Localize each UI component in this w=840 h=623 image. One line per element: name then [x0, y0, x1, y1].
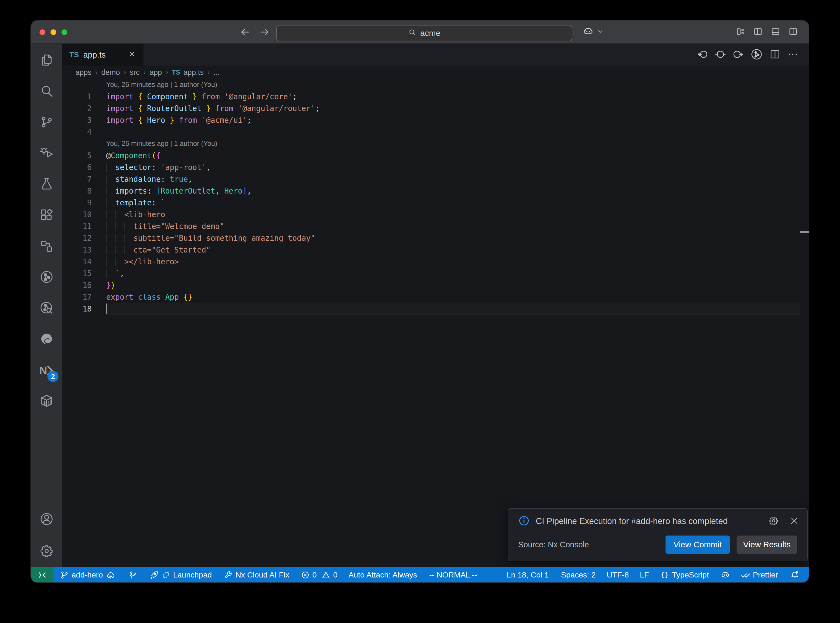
activity-bar-item-edge-tools[interactable] — [31, 326, 62, 353]
editor[interactable]: You, 26 minutes ago | 1 author (You)1imp… — [62, 79, 809, 567]
code-line-11[interactable]: 11 title="Welcmoe demo" — [62, 220, 809, 232]
error-icon — [301, 571, 310, 579]
status-bar-item-graph[interactable] — [129, 571, 137, 579]
toggle-panel-icon[interactable] — [771, 27, 780, 37]
line-number: 12 — [62, 234, 92, 242]
code-line-1[interactable]: 1import { Component } from '@angular/cor… — [62, 91, 809, 102]
status-bar-item-formatter[interactable]: Prettier — [741, 570, 778, 580]
code-line-15[interactable]: 15 `, — [62, 267, 809, 279]
code-line-6[interactable]: 6 selector: 'app-root', — [62, 161, 809, 173]
activity-bar-item-source-control[interactable] — [31, 109, 62, 136]
split-editor-icon[interactable] — [769, 49, 780, 61]
status-bar-item-eol[interactable]: LF — [640, 570, 649, 579]
remote-indicator[interactable] — [31, 567, 54, 582]
git-blame-annotation: You, 26 minutes ago | 1 author (You) — [62, 79, 809, 91]
previous-change-icon[interactable] — [697, 49, 708, 61]
copilot-menu[interactable] — [582, 21, 604, 44]
forward-arrow-icon[interactable] — [260, 27, 270, 37]
project-graph-icon — [40, 239, 54, 254]
code-line-10[interactable]: 10 <lib-hero — [62, 209, 809, 220]
toggle-primary-sidebar-icon[interactable] — [753, 27, 763, 37]
typescript-file-icon: TS — [69, 51, 79, 59]
code-line-2[interactable]: 2import { RouterOutlet } from '@angular/… — [62, 102, 809, 114]
code-line-14[interactable]: 14 ></lib-hero> — [62, 256, 809, 267]
line-number: 5 — [62, 151, 92, 160]
status-bar-item-cursor-position[interactable]: Ln 18, Col 1 — [507, 570, 549, 579]
settings-gear-icon — [40, 544, 54, 559]
notification-settings-gear-icon[interactable] — [769, 516, 779, 527]
close-window-button[interactable] — [40, 29, 45, 35]
gitlens-graph-icon[interactable] — [751, 48, 763, 61]
status-bar-item-indentation[interactable]: Spaces: 2 — [561, 570, 596, 579]
copilot-icon — [582, 26, 594, 38]
close-tab-icon[interactable] — [128, 50, 136, 60]
command-center-search[interactable]: acme — [276, 25, 572, 41]
customize-layout-icon[interactable] — [736, 27, 745, 37]
code-line-16[interactable]: 16}) — [62, 279, 809, 291]
activity-bar-item-settings-gear[interactable] — [31, 539, 62, 565]
command-center-text: acme — [420, 29, 440, 38]
code-line-18[interactable]: 18 — [62, 303, 809, 315]
status-bar-item-branch[interactable]: add-hero — [60, 570, 116, 580]
code-line-13[interactable]: 13 cta="Get Started" — [62, 244, 809, 256]
activity-bar-item-testing[interactable] — [31, 171, 62, 198]
code-line-12[interactable]: 12 subtitle="Build something amazing tod… — [62, 232, 809, 244]
activity-bar-item-nx-console[interactable]: N2 — [31, 357, 62, 384]
line-number: 18 — [62, 304, 92, 313]
activity-bar-item-gitlens[interactable] — [31, 264, 62, 291]
more-actions-icon[interactable] — [787, 49, 798, 61]
zoom-window-button[interactable] — [61, 29, 67, 35]
indent-guide — [106, 186, 107, 195]
status-bar-item-notifications[interactable] — [790, 570, 799, 580]
breadcrumb-item[interactable]: apps — [75, 68, 92, 77]
status-bar-item-auto-attach[interactable]: Auto Attach: Always — [349, 570, 417, 579]
status-bar-item-nx-cloud-fix[interactable]: Nx Cloud AI Fix — [223, 570, 289, 580]
activity-bar-item-container-tools[interactable] — [31, 388, 62, 414]
status-bar-item-vim-mode[interactable]: -- NORMAL -- — [429, 570, 478, 579]
activity-bar-item-explorer[interactable] — [31, 48, 62, 74]
code-line-8[interactable]: 8 imports: [RouterOutlet, Hero], — [62, 185, 809, 196]
view-commit-button[interactable]: View Commit — [665, 536, 730, 554]
breadcrumb-item[interactable]: src — [130, 68, 140, 77]
activity-bar-item-search[interactable] — [31, 78, 62, 105]
code-line-7[interactable]: 7 standalone: true, — [62, 173, 809, 185]
activity-badge: 2 — [48, 371, 58, 382]
activity-bar-item-run-debug[interactable] — [31, 140, 62, 167]
activity-bar-item-project-graph[interactable] — [31, 233, 62, 260]
link-icon — [161, 571, 170, 579]
breadcrumb-item[interactable]: app — [149, 68, 162, 77]
search-icon — [40, 84, 54, 99]
toggle-secondary-sidebar-icon[interactable] — [788, 27, 798, 37]
code-line-3[interactable]: 3import { Hero } from '@acme/ui'; — [62, 114, 809, 126]
tab-label: app.ts — [83, 50, 106, 60]
code-line-4[interactable]: 4 — [62, 126, 809, 138]
breadcrumb-item[interactable]: demo — [101, 68, 120, 77]
minimize-window-button[interactable] — [51, 29, 56, 35]
code-line-17[interactable]: 17export class App {} — [62, 291, 809, 303]
line-number: 3 — [62, 116, 92, 124]
status-bar-item-language[interactable]: TypeScript — [660, 570, 709, 579]
view-results-button[interactable]: View Results — [737, 536, 797, 554]
status-bar-item-launchpad[interactable]: Launchpad — [149, 570, 212, 580]
next-change-icon[interactable] — [733, 49, 744, 61]
activity-bar-item-accounts[interactable] — [31, 506, 62, 533]
line-number: 16 — [62, 281, 92, 290]
open-changes-icon[interactable] — [715, 49, 726, 61]
activity-bar: N2 — [31, 44, 62, 567]
extensions-icon — [40, 208, 54, 223]
notification-title: CI Pipeline Execution for #add-hero has … — [536, 516, 728, 526]
status-bar-item-encoding[interactable]: UTF-8 — [607, 570, 629, 579]
activity-bar-item-gitlens-inspect[interactable] — [31, 295, 62, 322]
status-bar-item-problems[interactable]: 00 — [301, 570, 338, 579]
breadcrumb-tail[interactable]: ... — [213, 68, 220, 77]
code-line-5[interactable]: 5@Component({ — [62, 149, 809, 161]
notification-close-icon[interactable] — [789, 516, 799, 526]
breadcrumb-item-file[interactable]: app.ts — [184, 68, 204, 77]
indent-guide — [106, 246, 107, 254]
code-line-9[interactable]: 9 template: ` — [62, 196, 809, 209]
activity-bar-item-extensions[interactable] — [31, 203, 62, 229]
back-arrow-icon[interactable] — [240, 27, 250, 37]
status-bar-item-copilot[interactable] — [720, 570, 730, 580]
tab-app-ts[interactable]: TS app.ts — [62, 44, 143, 66]
indent-guide — [115, 234, 116, 242]
